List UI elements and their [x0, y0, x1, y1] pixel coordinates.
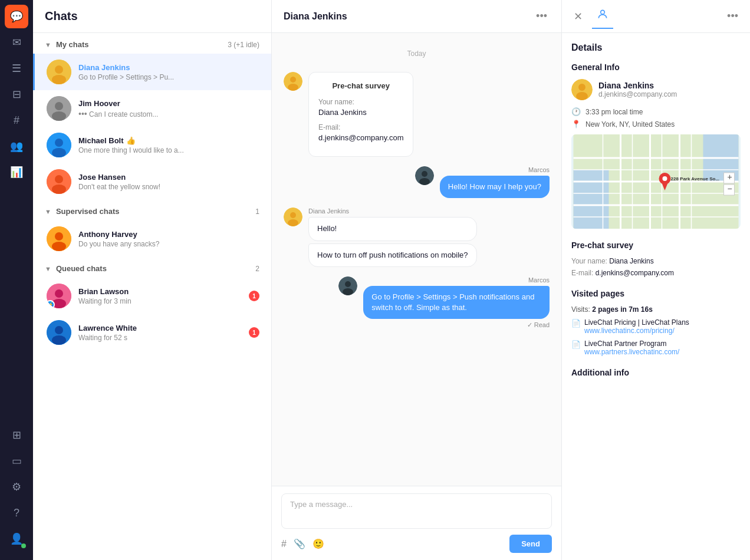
supervised-chats-label: Supervised chats: [56, 207, 120, 216]
message-content-hello: Marcos Hello! How may I help you?: [440, 166, 550, 198]
visited-pages-title: Visited pages: [571, 289, 741, 298]
page-icon-2: 📄: [571, 340, 581, 349]
message-row-instructions: Marcos Go to Profile > Settings > Push n…: [284, 276, 550, 329]
sender-diana: Diana Jenkins: [308, 207, 477, 215]
input-area: Type a message... # 📎 🙂 Send: [272, 486, 561, 560]
user-details-tab[interactable]: [592, 4, 613, 29]
supervised-chats-section-header[interactable]: ▼ Supervised chats 1: [33, 200, 271, 220]
message-avatar-diana-2: [284, 207, 302, 226]
chat-info-michael: Michael Bolt 👍 One more thing I would li…: [78, 136, 259, 154]
send-button[interactable]: Send: [509, 535, 552, 553]
chat-info-jose: Jose Hansen Don't eat the yellow snow!: [78, 173, 259, 191]
details-panel: ✕ ••• Details General Info Diana Jenkins…: [561, 0, 750, 560]
hashtag-button[interactable]: #: [281, 538, 287, 549]
queued-chats-section-header[interactable]: ▼ Queued chats 2: [33, 257, 271, 278]
message-placeholder: Type a message...: [290, 500, 353, 509]
svg-point-1: [55, 65, 63, 74]
chat-info-anthony: Anthony Harvey Do you have any snacks?: [78, 230, 259, 248]
sender-marcos-1: Marcos: [440, 166, 550, 173]
avatar-diana: [47, 60, 71, 84]
more-details-button[interactable]: •••: [725, 8, 741, 25]
chat-item-diana[interactable]: Diana Jenkins Go to Profile > Settings >…: [33, 54, 271, 90]
message-input-box[interactable]: Type a message...: [281, 493, 552, 529]
page-item-2: 📄 LiveChat Partner Program www.partners.…: [571, 340, 741, 356]
date-divider: Today: [284, 50, 550, 58]
chat-item-michael[interactable]: Michael Bolt 👍 One more thing I would li…: [33, 127, 271, 163]
user-info-row: Diana Jenkins d.jenkins@company.com: [571, 79, 741, 100]
typing-dots: •••: [78, 109, 87, 118]
svg-point-7: [55, 139, 63, 147]
chat-header-actions: •••: [534, 8, 550, 25]
svg-point-36: [576, 92, 588, 100]
avatar-jim: [47, 96, 71, 121]
help-nav-icon[interactable]: ?: [5, 501, 28, 525]
sidebar: Chats ▼ My chats 3 (+1 idle) Diana Jenki…: [33, 0, 272, 560]
svg-point-26: [419, 178, 430, 185]
svg-point-2: [52, 75, 66, 84]
chat-preview-jim: ••• Can I create custom...: [78, 109, 259, 118]
emoji-button[interactable]: 🙂: [312, 538, 324, 549]
message-row-survey: Pre-chat survey Your name: Diana Jenkins…: [284, 72, 550, 157]
svg-point-19: [55, 326, 63, 334]
message-nav-icon[interactable]: ✉: [5, 31, 28, 54]
team-nav-icon[interactable]: 👥: [5, 134, 28, 158]
svg-point-13: [55, 232, 63, 241]
chat-item-anthony[interactable]: Anthony Harvey Do you have any snacks?: [33, 220, 271, 257]
map-container: 228 Park Avenue So... + −: [571, 134, 741, 229]
ticket-nav-icon[interactable]: #: [5, 108, 28, 132]
billing-nav-icon[interactable]: ▭: [5, 449, 28, 473]
queued-chats-count: 2: [255, 265, 259, 273]
svg-point-11: [52, 185, 66, 194]
chat-item-lawrence[interactable]: Lawrence White Waiting for 52 s 1: [33, 314, 271, 351]
settings-nav-icon[interactable]: ⚙: [5, 475, 28, 499]
online-status-dot: [21, 543, 26, 548]
user-status-icon[interactable]: 👤: [5, 527, 28, 551]
svg-text:228 Park Avenue So...: 228 Park Avenue So...: [671, 176, 720, 182]
messages-area: Today Pre-chat survey Your name: Diana J…: [272, 33, 561, 486]
inbox-nav-icon[interactable]: ⊟: [5, 83, 28, 106]
page-title: Chats: [45, 9, 259, 23]
chat-info-brian: Brian Lawson Waiting for 3 min: [78, 287, 242, 305]
chat-info-diana: Diana Jenkins Go to Profile > Settings >…: [78, 63, 259, 81]
attachment-button[interactable]: 📎: [294, 538, 305, 549]
my-chats-section-header[interactable]: ▼ My chats 3 (+1 idle): [33, 33, 271, 54]
more-options-button[interactable]: •••: [534, 8, 550, 25]
add-nav-icon[interactable]: ⊞: [5, 423, 28, 447]
bubble-hello-sent: Hello! How may I help you?: [440, 176, 550, 198]
details-avatar: [571, 79, 593, 100]
chat-nav-icon[interactable]: 💬: [5, 5, 28, 28]
list-nav-icon[interactable]: ☰: [5, 57, 28, 80]
details-header: ✕ •••: [562, 0, 750, 33]
svg-point-8: [52, 148, 66, 157]
page-info-2: LiveChat Partner Program www.partners.li…: [584, 340, 679, 356]
survey-name-value: Diana Jenkins: [609, 257, 653, 265]
page-url-1[interactable]: www.livechatinc.com/pricing/: [584, 327, 689, 335]
chat-item-brian[interactable]: ⚡ Brian Lawson Waiting for 3 min 1: [33, 278, 271, 314]
survey-email-row: E-mail: d.jenkins@company.com: [571, 269, 741, 277]
page-info-1: LiveChat Pricing | LiveChat Plans www.li…: [584, 318, 689, 335]
survey-value-email: d.jenkins@company.com: [318, 133, 403, 143]
location-icon: 📍: [571, 120, 581, 129]
chat-item-jim[interactable]: Jim Hoover ••• Can I create custom...: [33, 90, 271, 127]
survey-name-row: Your name: Diana Jenkins: [571, 257, 741, 265]
details-user-name: Diana Jenkins: [598, 81, 677, 90]
additional-info-title: Additional info: [571, 368, 741, 377]
general-info-section: General Info Diana Jenkins d.jenkins@com…: [571, 62, 741, 229]
svg-point-56: [663, 176, 667, 181]
icon-bar: 💬 ✉ ☰ ⊟ # 👥 📊 ⊞ ▭ ⚙ ? 👤: [0, 0, 33, 560]
svg-point-32: [343, 288, 353, 295]
svg-point-14: [52, 242, 66, 251]
close-details-button[interactable]: ✕: [571, 8, 585, 25]
sender-marcos-2: Marcos: [363, 276, 550, 284]
my-chats-header-left: ▼ My chats: [45, 40, 89, 49]
message-avatar-diana: [284, 72, 302, 91]
svg-point-22: [290, 77, 296, 83]
survey-email-label: E-mail:: [571, 269, 596, 277]
sidebar-content: ▼ My chats 3 (+1 idle) Diana Jenkins Go …: [33, 33, 271, 560]
thumb-icon: 👍: [126, 136, 136, 145]
avatar-anthony: [47, 226, 71, 251]
page-url-2[interactable]: www.partners.livechatinc.com/: [584, 348, 679, 356]
message-content-instructions: Marcos Go to Profile > Settings > Push n…: [363, 276, 550, 329]
reports-nav-icon[interactable]: 📊: [5, 160, 28, 184]
chat-item-jose[interactable]: Jose Hansen Don't eat the yellow snow!: [33, 163, 271, 200]
